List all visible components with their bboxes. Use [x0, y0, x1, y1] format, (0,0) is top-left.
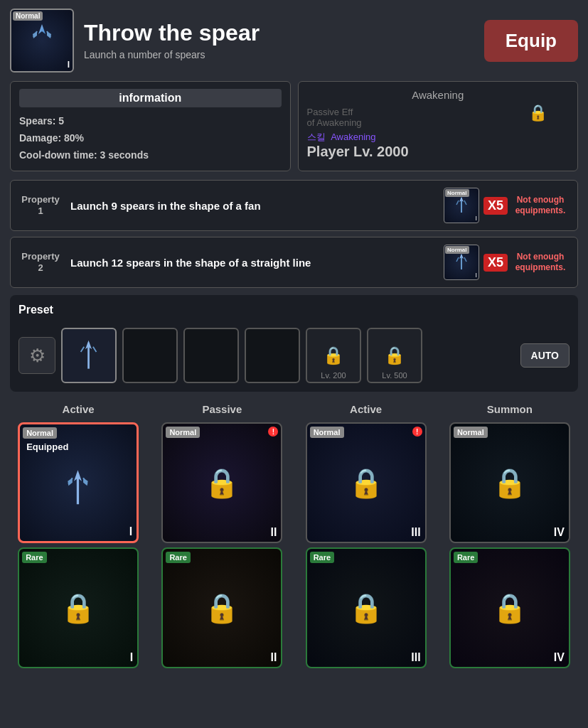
- svg-line-17: [93, 347, 97, 352]
- info-line-1: Spears: 5: [19, 113, 282, 130]
- skill-level-passive: II: [270, 526, 277, 539]
- prop-1-badge: Normal: [445, 189, 469, 197]
- skills-section: Active Normal Equipped I Rare 🔒: [0, 403, 588, 668]
- property-1-icon: Normal I: [444, 188, 479, 223]
- prop-2-level: I: [475, 272, 477, 279]
- prop-1-level: I: [475, 215, 477, 222]
- svg-line-12: [456, 257, 459, 262]
- info-panel-content: Spears: 5 Damage: 80% Cool-down time: 3 …: [19, 113, 282, 164]
- preset-lock-6-icon: 🔒: [384, 346, 405, 365]
- skill-card-active2-row1[interactable]: Normal ! 🔒 III: [306, 422, 427, 543]
- info-awakening-section: information Spears: 5 Damage: 80% Cool-d…: [0, 81, 588, 171]
- skill-alert-active2: !: [412, 427, 422, 437]
- skills-columns-header: Active Normal Equipped I Rare 🔒: [10, 403, 578, 668]
- skill-rare-level-1: I: [130, 651, 133, 664]
- skill-rare-level-3: III: [411, 651, 420, 664]
- equip-button[interactable]: Equip: [484, 20, 578, 62]
- col-label-active1: Active: [63, 403, 95, 415]
- awakening-tag: Awakening: [331, 132, 375, 142]
- skill-lock-icon-rare3: 🔒: [348, 592, 384, 625]
- preset-label: Preset: [18, 304, 53, 316]
- skill-badge-equipped: Equipped: [23, 440, 72, 454]
- skill-title: Throw the spear: [84, 21, 474, 46]
- skill-lock-icon-passive: 🔒: [204, 466, 240, 500]
- svg-line-13: [464, 257, 466, 262]
- skill-badge-normal-3: Normal: [310, 427, 344, 438]
- skill-title-area: Throw the spear Launch a number of spear…: [84, 21, 474, 60]
- awakening-label: 스킬 Awakening: [307, 131, 570, 144]
- preset-slot-1-icon: [71, 338, 107, 373]
- skill-lock-icon-rare1: 🔒: [60, 592, 96, 625]
- preset-slot-6[interactable]: 🔒 Lv. 500: [367, 328, 422, 383]
- info-line-3: Cool-down time: 3 seconds: [19, 147, 282, 164]
- svg-line-8: [456, 200, 459, 205]
- skill-lock-icon-summon: 🔒: [492, 466, 528, 500]
- svg-line-9: [464, 200, 466, 205]
- awakening-player-level: Player Lv. 2000: [307, 144, 570, 160]
- property-1-badge-area: Normal I X5 Not enough equipments.: [444, 188, 569, 223]
- svg-marker-23: [83, 478, 88, 486]
- preset-slot-1[interactable]: [61, 328, 117, 383]
- skill-badge-rare-4: Rare: [454, 552, 478, 563]
- skill-card-active1-row2[interactable]: Rare 🔒 I: [18, 547, 139, 668]
- svg-marker-21: [68, 478, 73, 486]
- skill-level-summon: IV: [554, 526, 565, 539]
- skill-badge-normal-1: Normal: [23, 427, 57, 439]
- prop-2-spear-icon: [451, 252, 471, 272]
- preset-slot-3[interactable]: [183, 328, 239, 383]
- svg-line-16: [81, 347, 85, 352]
- property-row-1: Property1 Launch 9 spears in the shape o…: [10, 180, 578, 231]
- property-1-desc: Launch 9 spears in the shape of a fan: [70, 200, 435, 212]
- skill-card-summon-row2[interactable]: Rare 🔒 IV: [449, 547, 570, 668]
- skill-level-active2: III: [411, 526, 420, 539]
- skill-main-icon: Normal I: [10, 9, 74, 73]
- preset-slot-5-level: Lv. 200: [321, 371, 346, 380]
- col-label-passive: Passive: [202, 403, 242, 415]
- awakening-content: Passive Eff of Awakening 🔒 스킬 Awakening …: [307, 107, 570, 160]
- info-panel-title: information: [19, 89, 282, 107]
- skill-column-passive: Passive Normal ! 🔒 II Rare 🔒 II: [154, 403, 290, 668]
- awakening-panel: Awakening Passive Eff of Awakening 🔒 스킬 …: [298, 81, 579, 171]
- skill-lock-icon-active2: 🔒: [348, 466, 384, 500]
- property-2-icon: Normal I: [444, 245, 479, 280]
- svg-marker-3: [33, 31, 37, 38]
- skill-rare-level-2: II: [270, 651, 277, 664]
- skill-card-passive-row1[interactable]: Normal ! 🔒 II: [161, 422, 282, 543]
- skill-level-1: I: [129, 525, 132, 538]
- skill-column-active2: Active Normal ! 🔒 III Rare 🔒 III: [298, 403, 434, 668]
- skill-level-badge: I: [68, 60, 70, 70]
- skill-card-active2-row2[interactable]: Rare 🔒 III: [306, 547, 427, 668]
- info-line-2: Damage: 80%: [19, 130, 282, 147]
- skill-card-summon-row1[interactable]: Normal 🔒 IV: [449, 422, 570, 543]
- preset-gear-button[interactable]: ⚙: [18, 337, 55, 374]
- skill-rare-level-4: IV: [554, 651, 565, 664]
- col-label-active2: Active: [350, 403, 382, 415]
- preset-slot-2[interactable]: [122, 328, 178, 383]
- property-2-desc: Launch 12 spears in the shape of a strai…: [70, 257, 435, 269]
- preset-section: Preset ⚙ 🔒 Lv. 200 🔒 Lv. 500 AUTO: [10, 295, 578, 392]
- property-2-status: Not enough equipments.: [512, 252, 569, 274]
- preset-slot-6-level: Lv. 500: [382, 371, 407, 380]
- prop-1-spear-icon: [451, 196, 471, 215]
- awakening-title: Awakening: [307, 89, 570, 101]
- auto-button[interactable]: AUTO: [520, 343, 570, 368]
- skill-lock-icon-rare2: 🔒: [204, 592, 240, 625]
- skill-card-passive-row2[interactable]: Rare 🔒 II: [161, 547, 282, 668]
- awakening-lock-icon: 🔒: [528, 104, 547, 122]
- skill-badge-rare-3: Rare: [310, 552, 334, 563]
- skill-badge: Normal: [13, 11, 43, 21]
- preset-slot-5[interactable]: 🔒 Lv. 200: [306, 328, 361, 383]
- skill-card-active1-row1[interactable]: Normal Equipped I: [18, 422, 139, 543]
- skill-art-spear-1: [57, 467, 100, 510]
- skill-korean-label: 스킬: [307, 132, 326, 142]
- property-2-badge-area: Normal I X5 Not enough equipments.: [444, 245, 569, 280]
- property-1-label: Property1: [19, 194, 62, 218]
- preset-slot-4[interactable]: [245, 328, 300, 383]
- property-row-2: Property2 Launch 12 spears in the shape …: [10, 237, 578, 288]
- prop-2-badge: Normal: [445, 246, 469, 254]
- property-section: Property1 Launch 9 spears in the shape o…: [0, 180, 588, 288]
- property-1-multiplier: X5: [483, 197, 508, 215]
- preset-lock-5-icon: 🔒: [323, 346, 344, 365]
- skill-header: Normal I Throw the spear Launch a number…: [0, 0, 588, 81]
- info-panel: information Spears: 5 Damage: 80% Cool-d…: [10, 81, 291, 171]
